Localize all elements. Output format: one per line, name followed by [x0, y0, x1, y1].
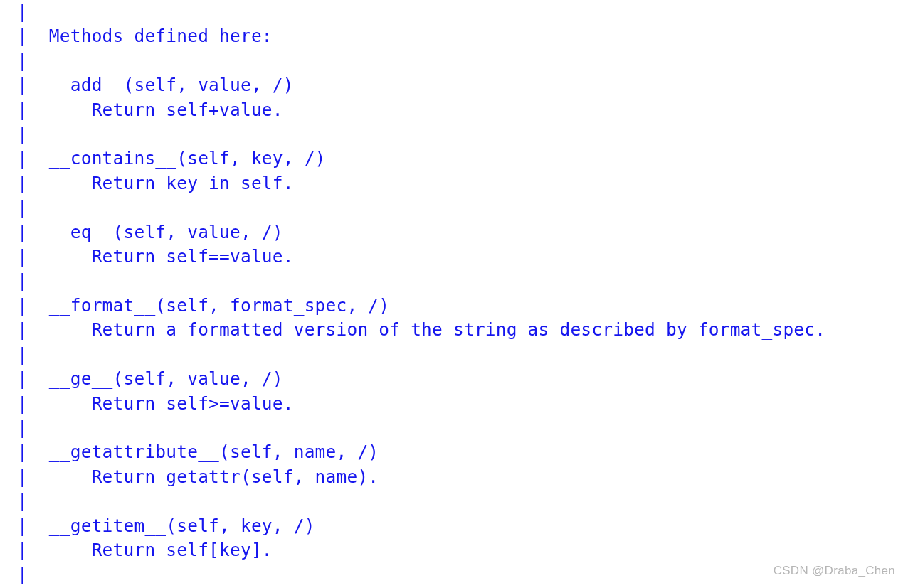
help-output: | | Methods defined here: | | __add__(se… [0, 0, 908, 587]
watermark-text: CSDN @Draba_Chen [774, 564, 895, 578]
